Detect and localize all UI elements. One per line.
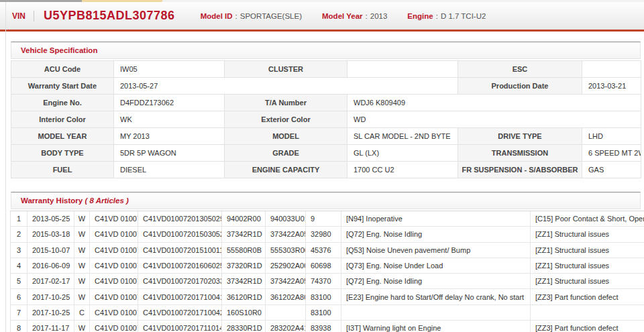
wh-col-dealer-code[interactable]: C41VD 01007 [90, 274, 138, 289]
wh-col-claim-no[interactable]: C41VD01007201510011 0 [138, 243, 222, 258]
wh-col-cause[interactable] [531, 305, 644, 321]
wh-col-cause[interactable]: [ZZ1] Structural issues [531, 227, 644, 242]
wh-col-date[interactable]: 2015-10-07 [28, 243, 74, 258]
spec-label-fr-suspension: FR SUSPENSION - S/ABSORBER [458, 162, 582, 178]
vin-header-bar: VIN U5YPB815ADL307786 Model ID:SPORTAGE(… [0, 2, 644, 30]
wh-col-claim-no[interactable]: C41VD01007201710042 0 [138, 305, 222, 321]
wh-col-cause[interactable]: [ZZ1] Structural issues [531, 243, 644, 258]
spec-label-fuel: FUEL [11, 162, 114, 178]
wh-col-part-no[interactable]: 252902A000 [266, 258, 306, 274]
wh-col-type[interactable]: W [74, 211, 90, 227]
wh-col-part-no[interactable] [266, 305, 306, 321]
inactive-tab-edge[interactable] [0, 0, 82, 2]
wh-col-date[interactable]: 2016-06-09 [28, 258, 74, 274]
header-red-rule [0, 30, 644, 32]
spec-label-exterior-color: Exterior Color [225, 111, 347, 128]
wh-col-cause[interactable]: [ZZ1] Structural issues [531, 258, 644, 274]
wh-col-dealer-code[interactable]: C41VD 01007 [90, 258, 138, 274]
wh-col-cause[interactable]: [ZZ3] Part function defect [531, 321, 644, 332]
wh-col-symptom[interactable]: [I3T] Warning light on Engine [341, 321, 531, 332]
wh-col-symptom[interactable]: [E23] Engine hard to Start/Off delay No … [341, 289, 531, 305]
warranty-history-title-text: Warranty History [21, 197, 83, 205]
wh-col-op-code[interactable]: 37320R1D [222, 258, 266, 274]
wh-col-no[interactable]: 5 [11, 274, 28, 289]
active-tab-edge[interactable] [82, 0, 162, 2]
wh-col-mileage[interactable]: 9 [306, 211, 341, 227]
wh-col-op-code[interactable]: 28330R1D [222, 321, 266, 332]
wh-col-type[interactable]: W [74, 289, 90, 305]
wh-col-dealer-code[interactable]: C41VD 01007 [90, 243, 138, 258]
wh-col-symptom[interactable] [341, 305, 531, 321]
wh-col-type[interactable]: W [74, 274, 90, 289]
wh-col-dealer-code[interactable]: C41VD 01007 [90, 289, 138, 305]
wh-col-op-code[interactable]: 55580R0B [222, 243, 266, 258]
warranty-history-title: Warranty History ( 8 Articles ) [11, 192, 641, 209]
wh-col-part-no[interactable]: 361202A800 [266, 289, 306, 305]
wh-col-part-no[interactable]: 373422A050 [266, 274, 306, 289]
separator: : [363, 12, 370, 20]
wh-col-no[interactable]: 3 [11, 243, 28, 258]
wh-col-op-code[interactable]: 37342R1D [222, 227, 266, 242]
wh-col-op-code[interactable]: 36120R1D [222, 289, 266, 305]
wh-col-symptom[interactable]: [Q73] Eng. Noise Under Load [341, 258, 531, 274]
wh-col-date[interactable]: 2017-10-25 [28, 305, 74, 321]
wh-col-dealer-code[interactable]: C41VD 01007 [90, 321, 138, 332]
wh-col-type[interactable]: W [74, 258, 90, 274]
wh-col-op-code[interactable]: 160S10R0 [222, 305, 266, 321]
wh-col-type[interactable]: W [74, 243, 90, 258]
wh-col-part-no[interactable]: 373422A050 [266, 227, 306, 242]
wh-col-symptom[interactable]: [Q53] Noise Uneven pavement/ Bump [341, 243, 531, 258]
spec-value-ta-number: WDJ6 K809409 [347, 95, 641, 111]
spec-label-body-type: BODY TYPE [11, 145, 114, 162]
wh-col-date[interactable]: 2017-10-25 [28, 289, 74, 305]
wh-col-no[interactable]: 4 [11, 258, 28, 274]
wh-col-date[interactable]: 2015-03-18 [28, 227, 74, 242]
wh-col-symptom[interactable]: [N94] Inoperative [341, 211, 531, 227]
wh-col-op-code[interactable]: 37342R1D [222, 274, 266, 289]
wh-col-date[interactable]: 2017-02-17 [28, 274, 74, 289]
model-id-label: Model ID [201, 12, 233, 20]
wh-col-cause[interactable]: [C15] Poor Contact & Short, Open Cir [531, 211, 644, 227]
wh-col-no[interactable]: 7 [11, 305, 28, 321]
wh-col-part-no[interactable]: 283202A410 [266, 321, 306, 332]
wh-col-mileage[interactable]: 83938 [306, 321, 341, 332]
wh-col-no[interactable]: 2 [11, 227, 28, 242]
wh-col-symptom[interactable]: [Q72] Eng. Noise Idling [341, 227, 531, 242]
wh-col-dealer-code[interactable]: C41VD 01007 [90, 227, 138, 242]
wh-col-dealer-code[interactable]: C41VD 01007 [90, 211, 138, 227]
wh-col-mileage[interactable]: 60698 [306, 258, 341, 274]
model-year-field: Model Year:2013 [322, 12, 387, 20]
wh-col-no[interactable]: 1 [11, 211, 28, 227]
spec-value-grade: GL (LX) [347, 145, 458, 162]
wh-col-part-no[interactable]: 555303R000 [266, 243, 306, 258]
wh-col-mileage[interactable]: 83100 [306, 289, 341, 305]
wh-col-date[interactable]: 2013-05-25 [28, 211, 74, 227]
wh-col-type[interactable]: C [74, 305, 90, 321]
wh-col-mileage[interactable]: 32980 [306, 227, 341, 242]
wh-col-dealer-code[interactable]: C41VD 01007 [90, 305, 138, 321]
wh-col-claim-no[interactable]: C41VD01007201305029 0 [138, 211, 222, 227]
spec-value-fuel: DIESEL [114, 162, 225, 178]
wh-col-cause[interactable]: [ZZ1] Structural issues [531, 274, 644, 289]
wh-col-claim-no[interactable]: C41VD01007201710041 0 [138, 289, 222, 305]
spec-label-warranty-start-date: Warranty Start Date [11, 78, 114, 95]
spec-label-production-date: Production Date [458, 78, 582, 95]
wh-col-mileage[interactable]: 45376 [306, 243, 341, 258]
wh-col-part-no[interactable]: 940033U010 [266, 211, 306, 227]
wh-col-no[interactable]: 8 [11, 321, 28, 332]
wh-col-type[interactable]: W [74, 321, 90, 332]
wh-col-claim-no[interactable]: C41VD01007201711014 0 [138, 321, 222, 332]
wh-col-type[interactable]: W [74, 227, 90, 242]
spec-value-production-date: 2013-03-21 [582, 78, 641, 95]
wh-col-date[interactable]: 2017-11-17 [28, 321, 74, 332]
wh-col-mileage[interactable]: 83100 [306, 305, 341, 321]
wh-col-claim-no[interactable]: C41VD01007201702033 0 [138, 274, 222, 289]
wh-col-claim-no[interactable]: C41VD01007201606025 0 [138, 258, 222, 274]
wh-col-claim-no[interactable]: C41VD01007201503052 0 [138, 227, 222, 242]
wh-col-cause[interactable]: [ZZ3] Part function defect [531, 289, 644, 305]
wh-col-op-code[interactable]: 94002R00 [222, 211, 266, 227]
wh-col-symptom[interactable]: [Q72] Eng. Noise Idling [341, 274, 531, 289]
wh-col-no[interactable]: 6 [11, 289, 28, 305]
wh-col-mileage[interactable]: 74370 [306, 274, 341, 289]
spec-label-transmission: TRANSMISSION [458, 145, 582, 162]
